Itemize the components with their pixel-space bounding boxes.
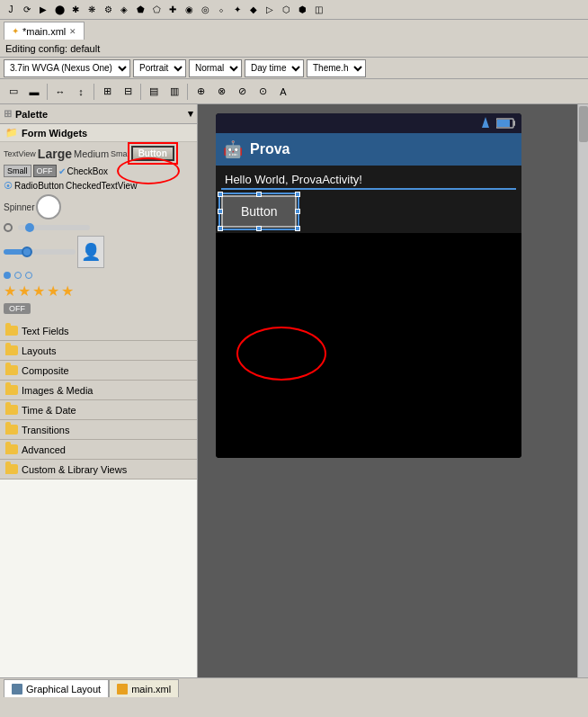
palette-icon: ⊞	[4, 108, 12, 120]
scrollbar-thumb[interactable]	[579, 106, 588, 142]
layout-icon-12[interactable]: ⊙	[253, 82, 272, 102]
toolbar-icon-8[interactable]: ◈	[117, 3, 131, 17]
folder-icon-layouts	[5, 345, 18, 355]
main-xml-tab[interactable]: ✦ *main.xml ✕	[4, 22, 85, 40]
app-title: Prova	[250, 141, 290, 157]
layout-icon-11[interactable]: ⊘	[232, 82, 252, 102]
tab-close-icon[interactable]: ✕	[69, 27, 76, 36]
vertical-scrollbar[interactable]	[577, 104, 588, 677]
canvas-area[interactable]: 🤖 Prova Hello World, ProvaActivity! Butt…	[198, 104, 588, 677]
palette-custom-library[interactable]: Custom & Library Views	[0, 460, 197, 479]
device-selector[interactable]: 3.7in WVGA (Nexus One)	[4, 59, 130, 77]
star-1[interactable]: ★	[4, 282, 16, 300]
palette-advanced[interactable]: Advanced	[0, 440, 197, 460]
tab-bar: ✦ *main.xml ✕	[0, 20, 588, 40]
main-xml-bottom-tab[interactable]: main.xml	[109, 679, 179, 697]
widget-spinner[interactable]: Spinner	[4, 202, 34, 212]
widget-radiobutton[interactable]: ⦿ RadioButton	[4, 181, 64, 191]
star-3[interactable]: ★	[32, 282, 45, 300]
layouts-label: Layouts	[22, 345, 57, 356]
palette-menu-icon[interactable]: ▾	[188, 108, 193, 120]
toolbar-icon-14[interactable]: ⬦	[214, 3, 228, 17]
toolbar-icon-5[interactable]: ✱	[68, 3, 83, 17]
layout-icon-5[interactable]: ⊞	[97, 82, 117, 102]
toolbar-icon-20[interactable]: ◫	[311, 3, 325, 17]
widget-small-button[interactable]: Small	[4, 165, 31, 177]
toolbar-icon-10[interactable]: ⬠	[149, 3, 164, 17]
time-date-label: Time & Date	[22, 405, 76, 416]
toolbar-icon-17[interactable]: ▷	[263, 3, 277, 17]
form-widgets-category[interactable]: 📁 Form Widgets	[0, 124, 197, 142]
toolbar-icon-11[interactable]: ✚	[165, 3, 180, 17]
widget-medium[interactable]: Medium	[74, 148, 109, 159]
config-bar: Editing config: default	[0, 40, 588, 58]
toolbar-icon-1[interactable]: J	[4, 3, 18, 17]
image-widget[interactable]: 👤	[77, 236, 104, 268]
mode-selector[interactable]: Normal	[189, 59, 242, 77]
layout-icon-13[interactable]: A	[273, 82, 293, 102]
spinner-circle[interactable]	[36, 194, 61, 220]
orientation-selector[interactable]: Portrait	[133, 59, 186, 77]
widget-textview[interactable]: TextView	[4, 149, 36, 158]
toolbar-icon-2[interactable]: ⟳	[20, 3, 34, 17]
star-4[interactable]: ★	[47, 282, 59, 300]
separator-2	[94, 84, 94, 100]
widget-checkbox[interactable]: ✔ CheckBox	[58, 166, 109, 176]
theme-selector[interactable]: Day time	[245, 59, 304, 77]
widget-large[interactable]: Large	[38, 147, 72, 161]
toggle-switch[interactable]: OFF	[4, 303, 31, 314]
phone-button-widget[interactable]: Button	[221, 195, 297, 228]
layout-icon-9[interactable]: ⊕	[191, 82, 210, 102]
layout-icon-7[interactable]: ▤	[144, 82, 164, 102]
toolbar-icon-3[interactable]: ▶	[36, 3, 50, 17]
graphical-layout-tab[interactable]: Graphical Layout	[4, 679, 109, 697]
toolbar-icon-9[interactable]: ⬟	[133, 3, 147, 17]
hello-world-text: Hello World, ProvaActivity!	[221, 171, 516, 190]
radio-icon: ⦿	[4, 181, 13, 191]
top-toolbar: J ⟳ ▶ ⬤ ✱ ❋ ⚙ ◈ ⬟ ⬠ ✚ ◉ ◎ ⬦ ✦ ◆ ▷ ⬡ ⬢ ◫	[0, 0, 588, 20]
palette-time-date[interactable]: Time & Date	[0, 400, 197, 420]
images-media-label: Images & Media	[22, 385, 93, 396]
dots-widget[interactable]	[4, 272, 32, 279]
palette-images-media[interactable]: Images & Media	[0, 381, 197, 400]
toolbar-icon-7[interactable]: ⚙	[101, 3, 115, 17]
layout-icon-8[interactable]: ▥	[165, 82, 184, 102]
toolbar-icon-4[interactable]: ⬤	[52, 3, 67, 17]
theme2-selector[interactable]: Theme.h	[307, 59, 366, 77]
star-2[interactable]: ★	[18, 282, 31, 300]
widget-small[interactable]: Smal	[111, 149, 129, 158]
star-5[interactable]: ★	[61, 282, 74, 300]
config-value: default	[70, 43, 100, 54]
layout-icon-4[interactable]: ↕	[71, 82, 91, 102]
widget-toggle-off[interactable]: OFF	[33, 165, 57, 177]
transitions-label: Transitions	[22, 425, 69, 435]
layout-icon-2[interactable]: ▬	[24, 82, 44, 102]
toolbar-icon-12[interactable]: ◉	[182, 3, 196, 17]
form-widgets-content: TextView Large Medium Smal Button Small …	[0, 142, 197, 321]
widget-row-3: ⦿ RadioButton CheckedTextView	[4, 181, 193, 191]
widget-checkedtextview[interactable]: CheckedTextView	[66, 181, 137, 191]
layout-icon-1[interactable]: ▭	[4, 82, 23, 102]
dot-2	[14, 272, 22, 279]
phone-button-container[interactable]: Button	[221, 195, 297, 228]
palette-text-fields[interactable]: Text Fields	[0, 321, 197, 341]
toolbar-icon-15[interactable]: ✦	[230, 3, 245, 17]
phone-black-area	[216, 233, 521, 458]
toolbar-icon-19[interactable]: ⬢	[295, 3, 309, 17]
radio-label: RadioButton	[14, 181, 64, 191]
palette-composite[interactable]: Composite	[0, 361, 197, 381]
toolbar-icon-13[interactable]: ◎	[198, 3, 212, 17]
palette-transitions[interactable]: Transitions	[0, 420, 197, 440]
layout-icon-6[interactable]: ⊟	[118, 82, 138, 102]
widget-button[interactable]: Button	[131, 146, 174, 161]
toolbar-icon-6[interactable]: ❋	[85, 3, 99, 17]
layout-icon-3[interactable]: ↔	[50, 82, 70, 102]
svg-rect-3	[497, 120, 510, 127]
palette-layouts[interactable]: Layouts	[0, 341, 197, 361]
toolbar-icon-18[interactable]: ⬡	[279, 3, 293, 17]
seekbar[interactable]	[4, 249, 76, 255]
phone-frame: 🤖 Prova Hello World, ProvaActivity! Butt…	[216, 113, 521, 458]
layout-icon-10[interactable]: ⊗	[211, 82, 231, 102]
progress-bar[interactable]	[18, 225, 90, 230]
toolbar-icon-16[interactable]: ◆	[246, 3, 261, 17]
